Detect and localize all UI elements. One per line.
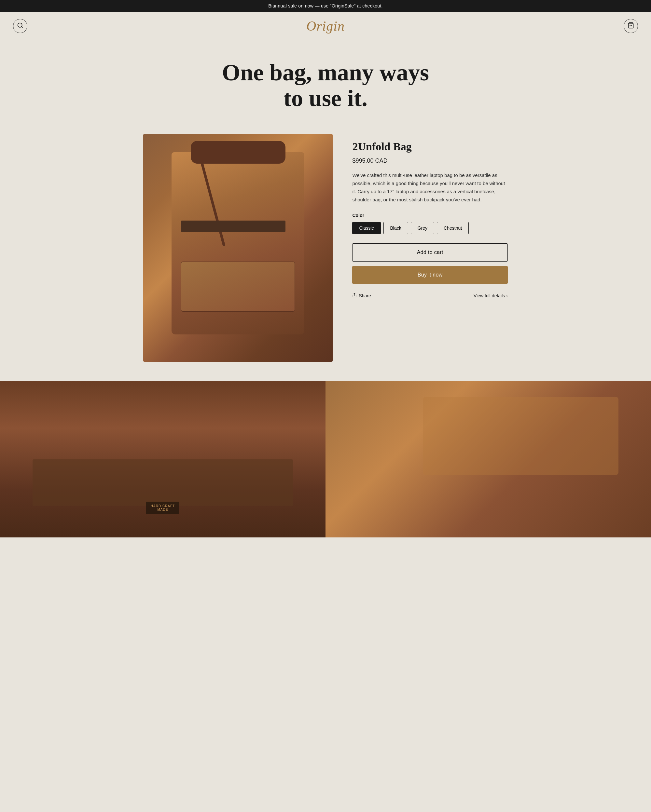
share-icon: [352, 293, 357, 298]
search-icon: [17, 22, 23, 30]
site-logo[interactable]: Origin: [306, 18, 345, 34]
search-button[interactable]: [13, 19, 28, 33]
gallery-image-right: [326, 381, 651, 537]
share-label: Share: [359, 293, 371, 298]
add-to-cart-button[interactable]: Add to cart: [352, 243, 508, 261]
gallery-image-left: HARD CRAFTMADE: [0, 381, 326, 537]
svg-point-0: [18, 23, 22, 27]
bag-zipper-decoration: [181, 221, 285, 232]
color-option-chestnut[interactable]: Chestnut: [437, 222, 469, 234]
color-option-black[interactable]: Black: [384, 222, 408, 234]
product-price: $995.00 CAD: [352, 157, 508, 164]
color-label: Color: [352, 213, 508, 218]
hero-section: One bag, many ways to use it.: [0, 40, 651, 128]
bag-pocket-decoration: [181, 261, 295, 312]
share-button[interactable]: Share: [352, 293, 371, 298]
announcement-text: Biannual sale on now — use "OriginSale" …: [268, 3, 383, 8]
product-image: [143, 134, 333, 362]
gallery-section: HARD CRAFTMADE: [0, 381, 651, 537]
cart-icon: [628, 22, 634, 30]
color-option-grey[interactable]: Grey: [411, 222, 434, 234]
product-actions: Share View full details ›: [352, 293, 508, 298]
badge-text: HARD CRAFTMADE: [151, 504, 175, 511]
view-full-details-label: View full details: [474, 293, 505, 298]
announcement-bar: Biannual sale on now — use "OriginSale" …: [0, 0, 651, 12]
product-image-container: [143, 134, 333, 362]
product-description: We've crafted this multi-use leather lap…: [352, 171, 508, 204]
product-section: 2Unfold Bag $995.00 CAD We've crafted th…: [130, 128, 521, 381]
svg-line-1: [21, 26, 23, 27]
product-details: 2Unfold Bag $995.00 CAD We've crafted th…: [352, 134, 508, 298]
arrow-right-icon: ›: [506, 293, 508, 298]
color-option-classic[interactable]: Classic: [352, 222, 381, 234]
view-full-details-link[interactable]: View full details ›: [474, 293, 508, 298]
cart-button[interactable]: [623, 19, 638, 33]
color-options: Classic Black Grey Chestnut: [352, 222, 508, 234]
hero-title: One bag, many ways to use it.: [195, 60, 456, 111]
buy-now-button[interactable]: Buy it now: [352, 266, 508, 284]
product-name: 2Unfold Bag: [352, 140, 508, 153]
gallery-badge: HARD CRAFTMADE: [146, 502, 179, 514]
price-label: $995.00 CAD: [352, 157, 387, 164]
header: Origin: [0, 12, 651, 40]
